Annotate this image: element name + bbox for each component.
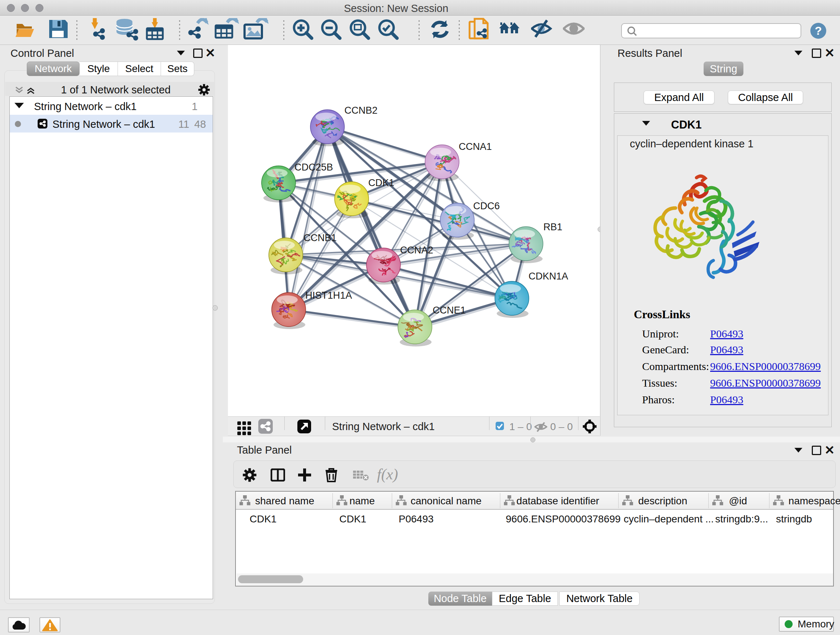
svg-text:CDC6: CDC6 (473, 201, 500, 211)
svg-text:CCNB2: CCNB2 (344, 105, 378, 116)
svg-text:CDKN1A: CDKN1A (529, 271, 568, 282)
svg-text:CDK1: CDK1 (368, 177, 394, 188)
svg-text:HIST1H1A: HIST1H1A (305, 290, 352, 301)
svg-text:CDC25B: CDC25B (294, 162, 333, 173)
svg-text:CCNE1: CCNE1 (433, 305, 466, 316)
svg-text:RB1: RB1 (543, 222, 562, 233)
svg-text:CCNA2: CCNA2 (400, 245, 433, 256)
svg-text:?: ? (815, 24, 822, 37)
svg-text:CCNA1: CCNA1 (459, 141, 492, 152)
svg-text:CCNB1: CCNB1 (303, 233, 337, 243)
